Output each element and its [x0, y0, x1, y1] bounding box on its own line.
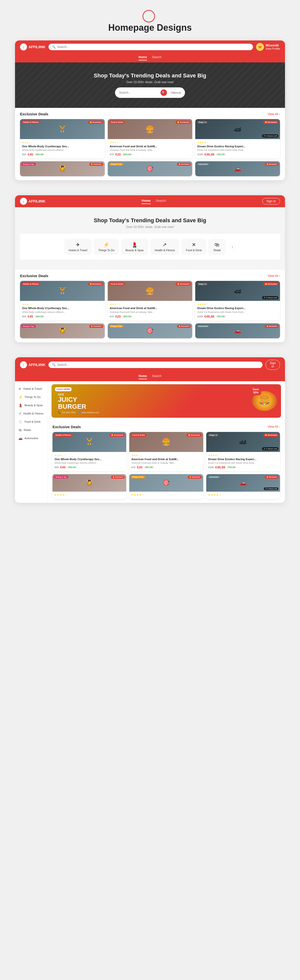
category-next-arrow-2[interactable]: ›	[229, 243, 236, 250]
deal-price-old-1: €65	[22, 153, 26, 156]
logo-1[interactable]: ♪ AFFILIINK	[20, 43, 46, 51]
header-search-1[interactable]: 🔍	[48, 44, 253, 50]
design-card-2: ♪ AFFILIINK Home Search Sign In Shop Tod…	[15, 195, 285, 342]
deal-desc-2: American Food and Drink at Subway, Take.…	[110, 149, 190, 151]
banner-phone: 📞 123-456-7890	[58, 411, 75, 414]
deals-grid-1: 🏋 Health & Fitness ⭐ Exclusive ★★★☆☆ One…	[20, 119, 280, 158]
things-icon-2: ⚡	[103, 242, 110, 248]
nav-home-2[interactable]: Home	[142, 199, 150, 204]
cat-retail-2[interactable]: 🛍 Retail	[208, 239, 226, 255]
deal-card-2-2[interactable]: 🍔 Food & Drink ⭐ Exclusive ★★★☆☆ America…	[108, 281, 193, 320]
view-all-1[interactable]: View All ›	[268, 112, 280, 116]
logo-2[interactable]: ♪ AFFILIINK	[20, 198, 46, 205]
cat-beauty-2[interactable]: 💄 Beauty & Spas	[121, 239, 148, 255]
main-content-3: LOGO HERE New JuicyBURGER 📞 123-456-7890…	[48, 381, 285, 503]
deal-card-3[interactable]: 🏎 Stage 11 ⭐ Exclusive ⏱ 2 Hours Left ★★…	[195, 119, 280, 158]
nav-search-1[interactable]: Search	[152, 56, 161, 60]
deal-badge-bottom-1: ⭐ Exclusive	[89, 163, 103, 166]
deal-desc-1: Whole-body cryotherapy reduces inflamm..…	[22, 149, 103, 151]
beauty-icon-2: 💄	[131, 242, 138, 248]
deal-card-2-1[interactable]: 🏋 Health & Fitness ⭐ Exclusive ★★★☆☆ One…	[20, 281, 105, 320]
sidebar-label-retail: Retail	[24, 428, 31, 431]
hero-search-button-1[interactable]: 🔍	[161, 89, 167, 96]
hero-search-bar-1[interactable]: 🔍 Valencia	[115, 88, 185, 98]
deal-card-2-b2[interactable]: 🎯 Things To Do ⭐ Exclusive	[108, 323, 193, 338]
sidebar-item-food[interactable]: 🍴 Food & Drink	[15, 418, 47, 426]
deal-price-new-2: €20	[115, 153, 121, 156]
deal-card-3-2[interactable]: 🍔 Food & Drink ⭐ Exclusive ★★★☆☆ America…	[129, 432, 203, 471]
deal-card-3-b1[interactable]: 💆 Beauty & Spa ⭐ Exclusive ★★★★☆	[53, 474, 126, 499]
beauty-sidebar-icon: 💄	[19, 404, 22, 407]
deal-card-2[interactable]: 🍔 Food & Drink ⭐ Exclusive ★★★☆☆ America…	[108, 119, 193, 158]
sidebar-label-beauty: Beauty & Spas	[24, 404, 43, 407]
deal-card-bottom-1[interactable]: 💆 Beauty & Spa ⭐ Exclusive	[20, 161, 105, 176]
deal-card-bottom-2[interactable]: 🎯 Things To Do ⭐ Exclusive	[108, 161, 193, 176]
bottom-row-deals-1: 💆 Beauty & Spa ⭐ Exclusive 🎯 Things To D…	[20, 161, 280, 176]
sign-in-button-2[interactable]: Sign In	[262, 198, 280, 205]
cat-beauty-label-2: Beauty & Spas	[126, 249, 144, 252]
sidebar-item-hotels[interactable]: ✈ Hotels & Travel	[15, 385, 47, 393]
deal-badge-bottom-2: ⭐ Exclusive	[177, 163, 191, 166]
deal-cat-tag-3: Stage 11	[197, 121, 208, 124]
view-all-2[interactable]: View All ›	[268, 274, 280, 278]
sidebar-item-beauty[interactable]: 💄 Beauty & Spas	[15, 401, 47, 409]
deal-name-1: One Whole-Body Cryotherapy Ses...	[22, 145, 103, 148]
nav-home-1[interactable]: Home	[139, 56, 147, 60]
search-input-3[interactable]	[57, 363, 259, 366]
sidebar-item-things[interactable]: ⚡ Things To Do	[15, 393, 47, 401]
title-circle-icon	[142, 10, 155, 22]
deal-card-bottom-3[interactable]: 🚗 Automotive ⭐ Exclusive	[195, 161, 280, 176]
deal-badge-2: ⭐ Exclusive	[176, 121, 191, 124]
search-icon-1: 🔍	[52, 45, 56, 49]
cat-hotels-2[interactable]: ✈ Hotels & Travel	[64, 239, 92, 255]
cat-health-2[interactable]: ↗ Health & Fitness	[150, 239, 179, 255]
deal-cat-bottom-3: Automotive	[197, 163, 209, 165]
cat-food-2[interactable]: ✕ Food & Drink	[181, 239, 206, 255]
deal-card-3-3[interactable]: 🏎 Stage 11 ⭐ Exclusive ⏱ 2 Hours Left ★★…	[206, 432, 280, 471]
sidebar-item-auto[interactable]: 🚗 Automotive	[15, 434, 47, 442]
hero-location-1[interactable]: Valencia	[169, 91, 181, 94]
cat-things-label-2: Things To Do	[98, 249, 115, 252]
sign-in-button-3[interactable]: Sign In	[265, 360, 280, 370]
page-title: Homepage Designs	[5, 22, 295, 33]
food-sidebar-icon: 🍴	[19, 420, 22, 424]
deal-cat-tag-2: Food & Drink	[109, 121, 125, 124]
deal-card-3-1[interactable]: 🏋 Health & Fitness ⭐ Exclusive ★★★☆☆ One…	[53, 432, 126, 471]
banner-website: 🌐 www.website.com	[78, 411, 99, 414]
banner-contact-info: 📞 123-456-7890 🌐 www.website.com	[58, 411, 99, 414]
search-input-1[interactable]	[57, 45, 249, 49]
banner-title: JuicyBURGER	[58, 396, 99, 410]
deals-title-1: Exclusive Deals	[20, 112, 48, 116]
sidebar-label-hotels: Hotels & Travel	[23, 387, 42, 390]
deal-card-2-3[interactable]: 🏎 Stage 11 ⭐ Exclusive ⏱ 2 Hours Left ★★…	[195, 281, 280, 320]
user-name-1: Wicemdit	[265, 44, 280, 47]
deal-card-1[interactable]: 🏋 Health & Fitness ⭐ Exclusive ★★★☆☆ One…	[20, 119, 105, 158]
deal-info-2: ★★★☆☆ American Food and Drink at SubW...…	[108, 139, 193, 158]
sidebar-item-retail[interactable]: 🛍 Retail	[15, 426, 47, 434]
deal-cat-bottom-1: Beauty & Spa	[21, 163, 36, 165]
sidebar-3: ✈ Hotels & Travel ⚡ Things To Do 💄 Beaut…	[15, 381, 48, 503]
deal-cat-tag-1: Health & Fitness	[21, 121, 40, 124]
header-search-3[interactable]: 🔍	[48, 361, 263, 368]
logo-3[interactable]: ♪ AFFILIINK	[20, 361, 46, 368]
cat-food-label-2: Food & Drink	[186, 249, 202, 252]
sidebar-item-health[interactable]: ↗ Health & Fitness	[15, 409, 47, 418]
cat-things-2[interactable]: ⚡ Things To Do	[94, 239, 119, 255]
deal-card-2-b3[interactable]: 🚗 Automotive ⭐ Exclusive	[195, 323, 280, 338]
brand-name-2: AFFILIINK	[29, 199, 46, 203]
deal-info-1: ★★★☆☆ One Whole-Body Cryotherapy Ses... …	[20, 139, 105, 158]
cat-retail-label-2: Retail	[214, 249, 220, 252]
logo-icon-2: ♪	[20, 198, 27, 205]
food-icon-2: ✕	[192, 242, 196, 248]
cat-health-label-2: Health & Fitness	[155, 249, 175, 252]
nav-search-2[interactable]: Search	[156, 199, 166, 204]
hero-search-input-1[interactable]	[119, 91, 158, 94]
nav-home-3[interactable]: Home	[139, 374, 147, 379]
view-all-3[interactable]: View All ›	[268, 425, 280, 428]
sidebar-label-food: Food & Drink	[24, 420, 40, 423]
user-avatar-1: W	[256, 43, 264, 51]
nav-search-3[interactable]: Search	[152, 374, 161, 379]
deal-card-2-b1[interactable]: 💆 Beauty & Spa ⭐ Exclusive	[20, 323, 105, 338]
deal-card-3-b2[interactable]: 🎯 Things To Do ⭐ Exclusive ★★★★☆	[129, 474, 203, 499]
deal-card-3-b3[interactable]: 🚗 Automotive ⭐ Exclusive ⏱ 2 Hours Left …	[206, 474, 280, 499]
